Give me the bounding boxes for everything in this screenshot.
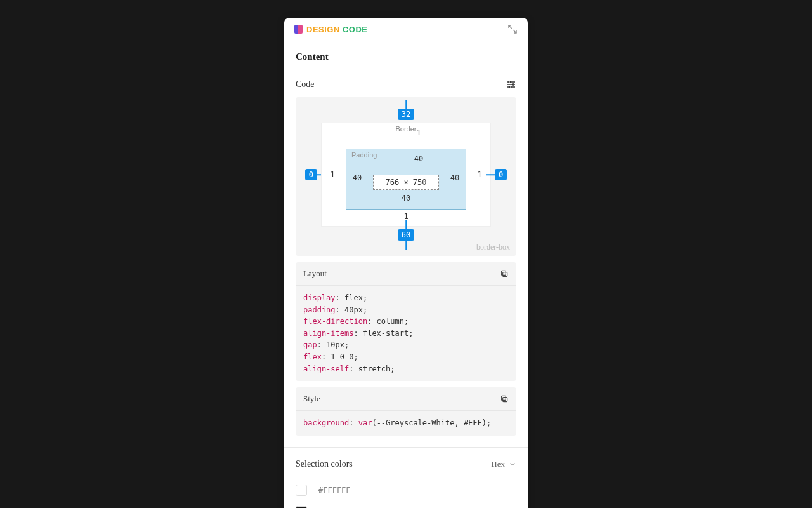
style-code-block: Style background: var(--Greyscale-White,… [296, 387, 516, 436]
layout-block-title: Layout [303, 269, 327, 279]
padding-box: Padding 40 40 766 × 750 40 40 [346, 149, 466, 210]
border-label: Border [395, 125, 416, 133]
margin-bottom: 60 [301, 229, 511, 241]
section-title: Content [284, 41, 528, 70]
svg-rect-9 [501, 396, 506, 400]
panel-header: DESIGN CODE [284, 18, 528, 41]
svg-point-5 [509, 86, 511, 88]
settings-icon[interactable] [506, 79, 516, 90]
border-box: Border - 1 - 1 Padding 40 40 7 [321, 123, 491, 227]
layout-code-block: Layout display: flex;padding: 40px;flex-… [296, 262, 516, 381]
border-radius-tr: - [474, 128, 485, 137]
padding-bottom: 40 [351, 194, 461, 203]
padding-right: 40 [449, 173, 461, 182]
color-format-select[interactable]: Hex [491, 459, 516, 469]
css-line: align-items: flex-start; [303, 328, 509, 340]
css-line: padding: 40px; [303, 304, 509, 316]
color-swatch [296, 485, 307, 496]
padding-top: 40 [377, 154, 461, 163]
margin-left-value: 0 [305, 169, 317, 180]
logo-text: DESIGN CODE [306, 25, 368, 34]
css-line: flex-direction: column; [303, 316, 509, 328]
padding-label: Padding [351, 151, 377, 159]
color-hex: #FFFFFF [318, 486, 351, 495]
margin-left: 0 [305, 169, 317, 180]
style-block-title: Style [303, 394, 320, 404]
selection-colors-title: Selection colors [296, 459, 353, 469]
margin-top: 32 [301, 109, 511, 120]
css-line: flex: 1 0 0; [303, 351, 509, 363]
border-bottom: 1 [400, 212, 412, 221]
border-radius-tl: - [327, 128, 338, 137]
code-header: Code [296, 79, 516, 90]
svg-rect-7 [501, 271, 506, 275]
css-line: display: flex; [303, 292, 509, 304]
margin-top-value: 32 [398, 109, 414, 120]
color-row[interactable]: #FFFFFF [296, 485, 516, 496]
box-sizing-label: border-box [476, 243, 510, 252]
border-radius-bl: - [327, 212, 338, 221]
copy-icon[interactable] [500, 269, 509, 278]
margin-bottom-value: 60 [398, 229, 414, 241]
css-line: gap: 10px; [303, 339, 509, 351]
svg-rect-8 [503, 398, 508, 402]
code-section: Code 32 0 Border - 1 [284, 70, 528, 448]
chevron-down-icon [509, 460, 516, 468]
css-line: align-self: stretch; [303, 363, 509, 375]
border-radius-br: - [474, 212, 485, 221]
layout-code-body[interactable]: display: flex;padding: 40px;flex-directi… [296, 286, 516, 381]
expand-icon[interactable] [508, 24, 518, 34]
padding-left: 40 [351, 173, 363, 182]
inspect-panel: DESIGN CODE Content Code 32 0 [284, 18, 528, 508]
selection-colors-section: Selection colors Hex #FFFFFF#171717 [284, 448, 528, 508]
style-code-body[interactable]: background: var(--Greyscale-White, #FFF)… [296, 411, 516, 436]
border-left: 1 [327, 170, 338, 179]
svg-point-3 [509, 81, 511, 83]
content-heading: Content [296, 51, 516, 62]
margin-right-value: 0 [495, 169, 507, 180]
svg-point-4 [512, 84, 514, 86]
svg-rect-6 [503, 272, 508, 277]
border-right: 1 [474, 170, 485, 179]
content-dimensions: 766 × 750 [373, 175, 438, 190]
logo: DESIGN CODE [294, 25, 368, 34]
logo-mark-icon [294, 25, 303, 34]
margin-right: 0 [495, 169, 507, 180]
box-model-diagram: 32 0 Border - 1 - 1 [296, 97, 516, 256]
copy-icon[interactable] [500, 394, 509, 403]
code-label: Code [296, 79, 315, 90]
color-format-value: Hex [491, 459, 505, 469]
